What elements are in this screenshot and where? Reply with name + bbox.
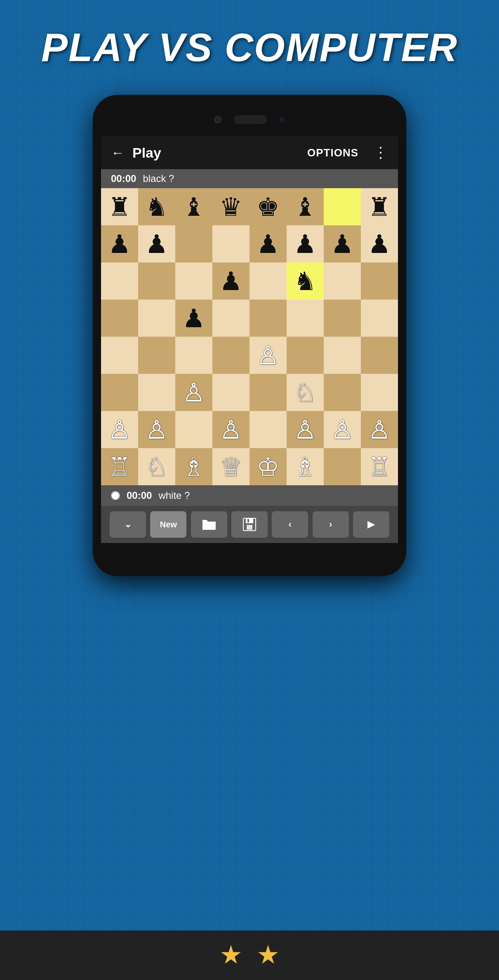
svg-rect-2 [247,525,252,530]
back-button[interactable]: ← [111,145,124,161]
cell-7-6[interactable] [324,448,361,485]
page-bottom-bar [0,930,499,980]
cell-4-5[interactable] [287,337,324,374]
cell-7-4[interactable]: ♔ [250,448,287,485]
cell-6-6[interactable]: ♙ [324,411,361,448]
cell-3-3[interactable] [212,300,250,337]
cell-6-0[interactable]: ♙ [101,411,138,448]
cell-5-2[interactable]: ♙ [175,374,212,411]
camera-icon [214,116,221,123]
phone-top-bar [101,103,398,136]
cell-2-4[interactable] [250,262,287,300]
prev-move-button[interactable]: ‹ [272,511,308,538]
cell-6-3[interactable]: ♙ [212,411,250,448]
cell-6-5[interactable]: ♙ [287,411,324,448]
app-title-label: Play [132,145,299,161]
white-time: 00:00 [127,490,152,501]
white-player: white ? [158,490,190,501]
cell-7-2[interactable]: ♗ [175,448,212,485]
sensor-icon [279,117,285,123]
cell-0-0[interactable]: ♜ [101,188,138,225]
cell-6-2[interactable] [175,411,212,448]
cell-3-5[interactable] [287,300,324,337]
cell-3-2[interactable]: ♟ [175,300,212,337]
cell-0-4[interactable]: ♚ [250,188,287,225]
cell-7-3[interactable]: ♕ [212,448,250,485]
phone-shell: ← Play OPTIONS ⋮ 00:00 black ? ♜♞♝♛♚♝♜♟♟… [93,95,406,576]
cell-1-3[interactable] [212,225,250,262]
star-icon-1 [221,945,241,966]
cell-7-0[interactable]: ♖ [101,448,138,485]
cell-0-3[interactable]: ♛ [212,188,250,225]
white-dot-icon [111,491,120,500]
cell-2-0[interactable] [101,262,138,300]
cell-1-7[interactable]: ♟ [361,225,398,262]
cell-5-1[interactable] [138,374,175,411]
next-move-button[interactable]: › [313,511,349,538]
cell-3-4[interactable] [250,300,287,337]
cell-5-6[interactable] [324,374,361,411]
controls-bar: ⌄ New ‹ › ▶ [101,506,398,543]
main-title: PLAY VS COMPUTER [0,25,499,70]
cell-3-0[interactable] [101,300,138,337]
title-area: PLAY VS COMPUTER [0,25,499,70]
cell-2-1[interactable] [138,262,175,300]
cell-6-1[interactable]: ♙ [138,411,175,448]
cell-0-2[interactable]: ♝ [175,188,212,225]
cell-7-7[interactable]: ♖ [361,448,398,485]
cell-1-6[interactable]: ♟ [324,225,361,262]
cell-2-3[interactable]: ♟ [212,262,250,300]
cell-3-7[interactable] [361,300,398,337]
cell-2-5[interactable]: ♞ [287,262,324,300]
cell-0-7[interactable]: ♜ [361,188,398,225]
save-button[interactable] [231,511,268,538]
white-status-bar: 00:00 white ? [101,485,398,506]
cell-4-0[interactable] [101,337,138,374]
svg-rect-3 [247,519,249,522]
svg-rect-1 [246,518,253,523]
cell-1-4[interactable]: ♟ [250,225,287,262]
chevron-down-button[interactable]: ⌄ [110,511,146,538]
app-header: ← Play OPTIONS ⋮ [101,136,398,169]
cell-4-3[interactable] [212,337,250,374]
cell-0-5[interactable]: ♝ [287,188,324,225]
star-icon-2 [258,945,278,966]
cell-5-5[interactable]: ♘ [287,374,324,411]
speaker-icon [234,115,267,124]
cell-4-4[interactable]: ♙ [250,337,287,374]
cell-2-2[interactable] [175,262,212,300]
open-folder-button[interactable] [191,511,227,538]
cell-0-1[interactable]: ♞ [138,188,175,225]
cell-3-1[interactable] [138,300,175,337]
black-status-bar: 00:00 black ? [101,169,398,188]
play-button[interactable]: ▶ [353,511,389,538]
cell-2-7[interactable] [361,262,398,300]
cell-4-6[interactable] [324,337,361,374]
cell-1-5[interactable]: ♟ [287,225,324,262]
cell-5-0[interactable] [101,374,138,411]
cell-5-7[interactable] [361,374,398,411]
cell-5-4[interactable] [250,374,287,411]
cell-7-1[interactable]: ♘ [138,448,175,485]
cell-4-1[interactable] [138,337,175,374]
chess-board-wrapper: ♜♞♝♛♚♝♜♟♟♟♟♟♟♟♞♟♙♙♘♙♙♙♙♙♙♖♘♗♕♔♗♖ [101,188,398,485]
cell-4-7[interactable] [361,337,398,374]
options-button[interactable]: OPTIONS [307,146,358,159]
new-game-button[interactable]: New [150,511,186,538]
phone-bottom-bar [101,543,398,568]
cell-1-0[interactable]: ♟ [101,225,138,262]
cell-1-1[interactable]: ♟ [138,225,175,262]
cell-2-6[interactable] [324,262,361,300]
chess-board[interactable]: ♜♞♝♛♚♝♜♟♟♟♟♟♟♟♞♟♙♙♘♙♙♙♙♙♙♖♘♗♕♔♗♖ [101,188,398,485]
cell-5-3[interactable] [212,374,250,411]
app-screen: ← Play OPTIONS ⋮ 00:00 black ? ♜♞♝♛♚♝♜♟♟… [101,136,398,543]
cell-4-2[interactable] [175,337,212,374]
cell-6-4[interactable] [250,411,287,448]
cell-7-5[interactable]: ♗ [287,448,324,485]
cell-1-2[interactable] [175,225,212,262]
menu-button[interactable]: ⋮ [373,144,388,161]
cell-6-7[interactable]: ♙ [361,411,398,448]
black-time: 00:00 [111,173,136,184]
cell-0-6[interactable] [324,188,361,225]
cell-3-6[interactable] [324,300,361,337]
